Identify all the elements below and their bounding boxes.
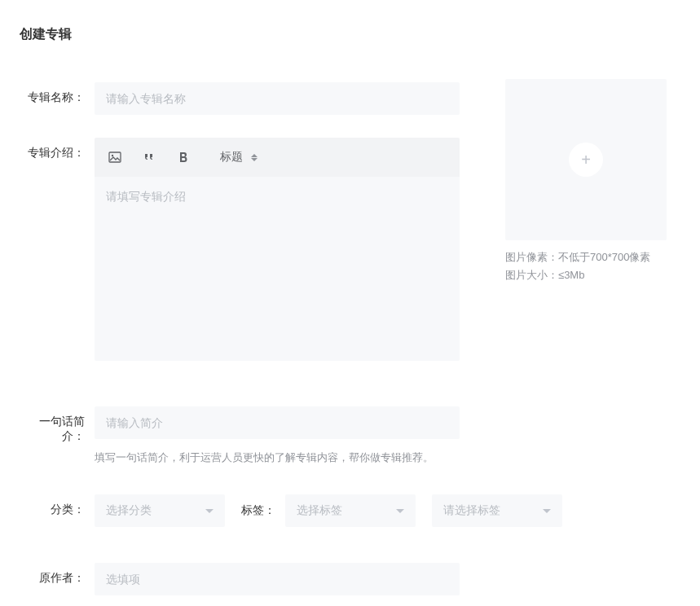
category-select[interactable]: 选择分类	[95, 494, 225, 527]
brief-label: 一句话简介：	[20, 406, 85, 444]
tags-select-1[interactable]: 选择标签	[285, 494, 416, 527]
editor-toolbar: 标题	[95, 138, 460, 177]
upload-circle: +	[569, 143, 603, 177]
tags-select-2[interactable]: 请选择标签	[432, 494, 562, 527]
album-name-input[interactable]	[95, 82, 460, 115]
image-icon[interactable]	[99, 142, 130, 173]
svg-point-1	[112, 155, 113, 156]
original-author-label: 原作者：	[20, 563, 85, 586]
upload-hints: 图片像素： 不低于700*700像素 图片大小： ≤3Mb	[505, 248, 667, 284]
editor-placeholder: 请填写专辑介绍	[106, 190, 448, 204]
tags-placeholder-1: 选择标签	[297, 503, 396, 518]
plus-icon: +	[581, 152, 591, 168]
size-hint-label: 图片大小：	[505, 266, 558, 284]
svg-rect-0	[109, 152, 121, 162]
original-author-input[interactable]	[95, 563, 460, 595]
bold-icon[interactable]	[168, 142, 199, 173]
chevron-down-icon	[543, 509, 551, 513]
category-label: 分类：	[20, 494, 85, 517]
album-intro-editor[interactable]: 请填写专辑介绍	[95, 177, 460, 361]
chevron-down-icon	[396, 509, 404, 513]
tags-label: 标签：	[241, 503, 275, 518]
heading-label: 标题	[220, 150, 243, 165]
sort-icon	[251, 154, 258, 161]
pixel-hint-label: 图片像素：	[505, 248, 558, 266]
tags-placeholder-2: 请选择标签	[443, 503, 543, 518]
page-title: 创建专辑	[20, 26, 680, 43]
album-intro-label: 专辑介绍：	[20, 138, 85, 160]
album-name-label: 专辑名称：	[20, 82, 85, 105]
image-upload-box[interactable]: +	[505, 79, 667, 240]
quote-icon[interactable]	[134, 142, 165, 173]
chevron-down-icon	[205, 509, 214, 513]
brief-input[interactable]	[95, 406, 460, 439]
heading-dropdown[interactable]: 标题	[212, 142, 266, 173]
pixel-hint-value: 不低于700*700像素	[558, 248, 650, 266]
category-placeholder: 选择分类	[106, 503, 205, 518]
size-hint-value: ≤3Mb	[558, 266, 584, 284]
brief-help-text: 填写一句话简介，利于运营人员更快的了解专辑内容，帮你做专辑推荐。	[95, 450, 680, 465]
